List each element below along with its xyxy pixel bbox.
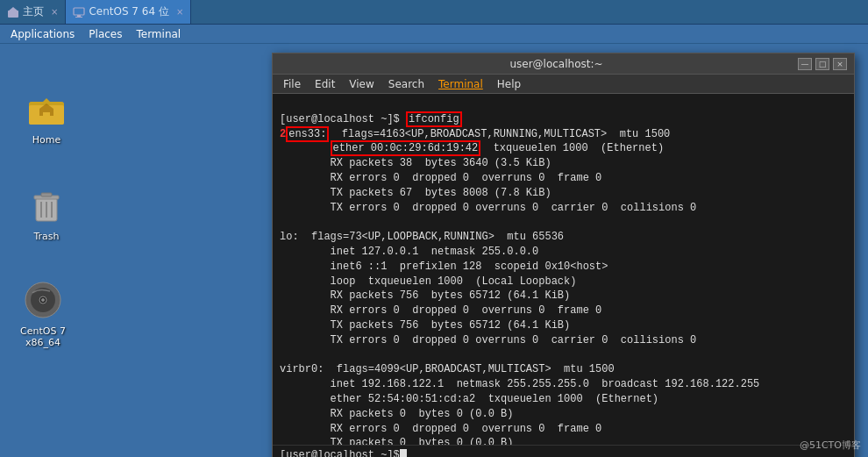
trash-icon-label: Trash (31, 230, 61, 243)
svg-marker-1 (8, 7, 18, 11)
home-tab-icon (7, 6, 19, 18)
lo-tx-packets-line: TX packets 756 bytes 65712 (64.1 KiB) (280, 319, 570, 332)
term-menu-file[interactable]: File (276, 76, 308, 92)
term-menu-help[interactable]: Help (490, 76, 528, 92)
lo-loop-line: loop txqueuelen 1000 (Local Loopback) (280, 275, 576, 288)
lo-tx-errors-line: TX errors 0 dropped 0 overruns 0 carrier… (280, 334, 696, 346)
monitor-tab-icon (73, 6, 85, 18)
lo-line: lo: flags=73<UP,LOOPBACK,RUNNING> mtu 65… (280, 231, 564, 243)
home-icon-label: Home (30, 133, 63, 146)
desktop-icon-centos[interactable]: CentOS 7 x86_64 (12, 279, 74, 349)
terminal-content: [user@localhost ~]$ ifconfig 2ens33: fla… (273, 94, 854, 445)
lo-inet6-line: inet6 ::1 prefixlen 128 scopeid 0x10<hos… (280, 261, 608, 273)
terminal-menu: File Edit View Search Terminal Help (273, 75, 854, 94)
terminal-window: user@localhost:~ — □ × File Edit View Se… (272, 53, 855, 457)
tab-centos-label: CentOS 7 64 位 (89, 4, 168, 19)
terminal-cursor (400, 449, 407, 458)
term-menu-terminal[interactable]: Terminal (431, 76, 490, 92)
virbr0-rx-packets-line: RX packets 0 bytes 0 (0.0 B) (280, 408, 513, 420)
centos-icon-label: CentOS 7 x86_64 (12, 325, 74, 349)
virbr0-ether-line: ether 52:54:00:51:cd:a2 txqueuelen 1000 … (280, 393, 658, 405)
ens33-highlight: ens33: (286, 126, 329, 142)
ens33-line: 2ens33: flags=4163<UP,BROADCAST,RUNNING,… (280, 126, 670, 142)
lo-rx-errors-line: RX errors 0 dropped 0 overruns 0 frame 0 (280, 304, 601, 317)
tab-home[interactable]: 主页 × (0, 0, 66, 24)
terminal-prompt-bar[interactable]: [user@localhost ~]$ (273, 445, 854, 457)
term-menu-search[interactable]: Search (381, 76, 431, 92)
terminal-title: user@localhost:~ (315, 58, 798, 70)
desktop: Home Trash CentO (0, 44, 868, 457)
menubar: Applications Places Terminal (0, 25, 868, 44)
terminal-controls: — □ × (798, 58, 847, 70)
virbr0-inet-line: inet 192.168.122.1 netmask 255.255.255.0… (280, 378, 759, 390)
terminal-close-btn[interactable]: × (833, 58, 847, 70)
desktop-icon-trash[interactable]: Trash (16, 184, 77, 243)
rx-packets-line: RX packets 38 bytes 3640 (3.5 KiB) (280, 157, 551, 169)
svg-rect-0 (8, 11, 18, 18)
tab-centos[interactable]: CentOS 7 64 位 × (66, 0, 191, 24)
tab-centos-close[interactable]: × (176, 7, 183, 17)
terminal-prompt-text: [user@localhost ~]$ (280, 449, 400, 458)
home-folder-icon (25, 88, 68, 130)
watermark: @51CTO博客 (800, 439, 861, 452)
terminal-titlebar: user@localhost:~ — □ × (273, 54, 854, 75)
svg-rect-2 (74, 8, 84, 15)
terminal-maximize-btn[interactable]: □ (815, 58, 829, 70)
lo-inet-line: inet 127.0.0.1 netmask 255.0.0.0 (280, 246, 538, 258)
cmd-line: [user@localhost ~]$ ifconfig (280, 111, 462, 127)
desktop-icon-home[interactable]: Home (16, 88, 77, 146)
disc-icon-img (22, 279, 64, 321)
term-menu-edit[interactable]: Edit (308, 76, 342, 92)
tx-packets-line: TX packets 67 bytes 8008 (7.8 KiB) (280, 187, 551, 199)
virbr0-rx-errors-line: RX errors 0 dropped 0 overruns 0 frame 0 (280, 423, 601, 435)
virbr0-tx-packets-line: TX packets 0 bytes 0 (0.0 B) (280, 437, 513, 445)
virbr0-line: virbr0: flags=4099<UP,BROADCAST,MULTICAS… (280, 363, 615, 375)
terminal-minimize-btn[interactable]: — (798, 58, 812, 70)
tab-home-close[interactable]: × (51, 7, 58, 17)
svg-point-17 (41, 298, 45, 302)
menu-applications[interactable]: Applications (4, 26, 82, 42)
svg-rect-4 (75, 17, 82, 18)
svg-rect-3 (77, 15, 81, 17)
term-menu-view[interactable]: View (342, 76, 381, 92)
rx-errors-line: RX errors 0 dropped 0 overruns 0 frame 0 (280, 172, 601, 184)
tx-errors-ens33-line: TX errors 0 dropped 0 overruns 0 carrier… (280, 202, 696, 214)
ifconfig-highlight: ifconfig (406, 111, 462, 127)
ether-highlight: ether 00:0c:29:6d:19:42 (331, 140, 481, 156)
trash-icon-img (25, 184, 68, 226)
ether-line: ether 00:0c:29:6d:19:42 txqueuelen 1000 … (280, 140, 664, 156)
taskbar: 主页 × CentOS 7 64 位 × (0, 0, 868, 25)
menu-places[interactable]: Places (82, 26, 129, 42)
tab-home-label: 主页 (23, 4, 44, 19)
menu-terminal[interactable]: Terminal (129, 26, 188, 42)
lo-rx-packets-line: RX packets 756 bytes 65712 (64.1 KiB) (280, 289, 570, 302)
svg-rect-10 (41, 193, 52, 196)
